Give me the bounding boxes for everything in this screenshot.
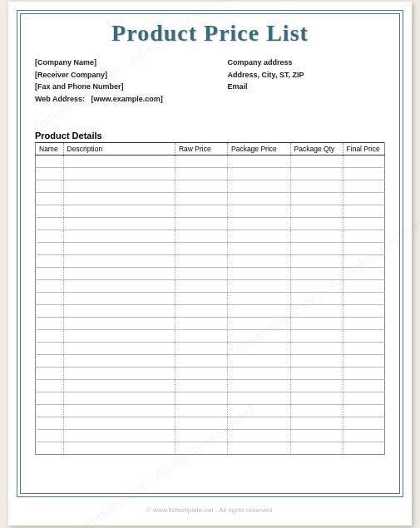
table-cell (175, 442, 227, 454)
table-row (36, 279, 385, 292)
table-cell (343, 229, 384, 242)
table-cell (290, 229, 343, 242)
table-cell (227, 342, 290, 354)
table-cell (175, 367, 227, 379)
table-cell (36, 317, 64, 329)
table-cell (63, 317, 175, 329)
table-cell (227, 429, 290, 442)
table-cell (290, 367, 343, 379)
table-cell (175, 267, 227, 279)
table-cell (227, 442, 290, 454)
table-cell (290, 155, 343, 167)
table-cell (36, 379, 64, 392)
header-info: [Company Name] [Receiver Company] [Fax a… (35, 58, 385, 107)
address-detail: Address, City, ST, ZIP (228, 71, 385, 81)
table-cell (175, 379, 227, 392)
table-cell (290, 205, 343, 217)
table-cell (227, 267, 290, 279)
table-cell (290, 329, 343, 342)
table-cell (343, 417, 384, 429)
table-cell (63, 242, 175, 254)
table-row (36, 329, 385, 342)
table-row (36, 155, 385, 167)
table-row (36, 192, 385, 205)
table-cell (36, 392, 64, 404)
table-cell (63, 404, 175, 417)
table-cell (175, 292, 227, 304)
table-cell (343, 155, 384, 167)
table-cell (227, 279, 290, 292)
recipient-email: Email (228, 82, 385, 92)
table-cell (290, 217, 343, 229)
table-cell (290, 354, 343, 367)
table-row (36, 180, 385, 192)
table-cell (343, 304, 384, 317)
table-cell (175, 317, 227, 329)
table-cell (36, 429, 64, 442)
table-cell (36, 229, 64, 242)
table-cell (290, 242, 343, 254)
col-final-price: Final Price (343, 142, 384, 155)
table-cell (36, 192, 64, 205)
table-cell (290, 254, 343, 267)
table-cell (63, 229, 175, 242)
table-cell (290, 279, 343, 292)
table-cell (343, 279, 384, 292)
table-cell (175, 155, 227, 167)
table-cell (343, 442, 384, 454)
table-cell (36, 367, 64, 379)
table-row (36, 317, 385, 329)
table-cell (227, 205, 290, 217)
table-cell (343, 242, 384, 254)
table-cell (290, 317, 343, 329)
table-cell (290, 417, 343, 429)
table-row (36, 292, 385, 304)
document-page: listtemplate.net - All rights reserved l… (8, 2, 412, 526)
table-row (36, 404, 385, 417)
table-cell (175, 205, 227, 217)
table-cell (227, 367, 290, 379)
table-cell (36, 242, 64, 254)
table-cell (227, 392, 290, 404)
table-cell (63, 342, 175, 354)
table-cell (36, 155, 64, 167)
table-cell (227, 180, 290, 192)
col-package-price: Package Price (227, 142, 290, 155)
table-cell (63, 180, 175, 192)
table-row (36, 367, 385, 379)
web-value: [www.example.com] (91, 95, 163, 103)
table-cell (36, 342, 64, 354)
table-row (36, 229, 385, 242)
table-row (36, 392, 385, 404)
table-cell (227, 304, 290, 317)
table-cell (227, 192, 290, 205)
table-cell (63, 367, 175, 379)
table-cell (343, 329, 384, 342)
table-cell (63, 254, 175, 267)
address-label: Company address (228, 58, 385, 68)
table-cell (343, 354, 384, 367)
table-cell (175, 192, 227, 205)
table-cell (175, 404, 227, 417)
page-content: Product Price List [Company Name] [Recei… (20, 13, 400, 455)
table-cell (290, 180, 343, 192)
table-cell (36, 267, 64, 279)
table-row (36, 342, 385, 354)
table-cell (290, 292, 343, 304)
table-cell (343, 267, 384, 279)
web-label: Web Address: (35, 95, 85, 103)
table-cell (343, 167, 384, 180)
table-cell (36, 217, 64, 229)
table-cell (227, 292, 290, 304)
table-cell (63, 429, 175, 442)
table-cell (175, 417, 227, 429)
table-cell (343, 404, 384, 417)
table-cell (36, 167, 64, 180)
table-cell (63, 354, 175, 367)
table-cell (36, 292, 64, 304)
table-cell (290, 267, 343, 279)
table-header-row: Name Description Raw Price Package Price… (36, 142, 385, 155)
table-cell (175, 242, 227, 254)
table-cell (343, 180, 384, 192)
table-cell (36, 254, 64, 267)
